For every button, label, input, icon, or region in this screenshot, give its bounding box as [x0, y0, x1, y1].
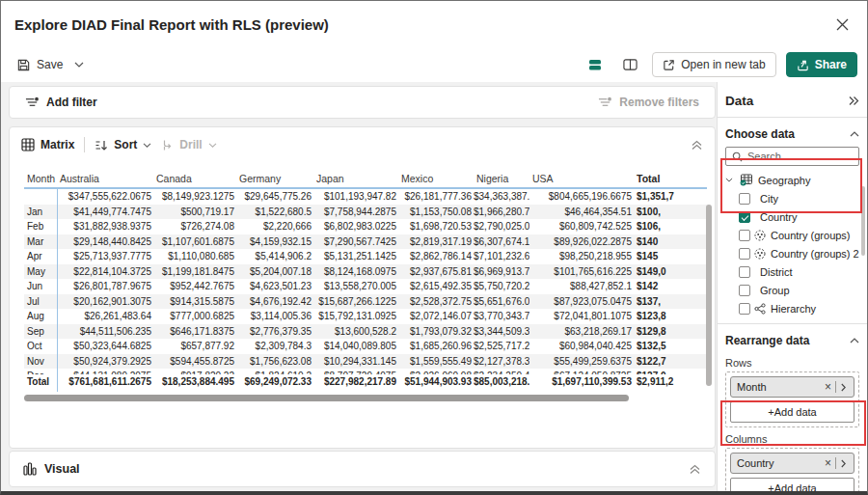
tree-scrollbar[interactable]	[861, 186, 865, 256]
matrix-cell: $41,449,774.7475	[57, 205, 153, 220]
share-icon	[797, 59, 809, 71]
matrix-cell: $29,645,775.26	[236, 189, 313, 205]
search-icon	[732, 151, 743, 162]
checkbox-unchecked[interactable]	[739, 285, 750, 296]
matrix-cell: $4,159,932.15	[236, 234, 313, 250]
visual-bar: Visual	[9, 451, 716, 487]
checkbox-unchecked[interactable]	[739, 266, 750, 278]
matrix-cell: $2,790,025.08	[474, 219, 529, 234]
rearrange-collapse-icon[interactable]	[850, 338, 859, 344]
matrix-column-header[interactable]: Nigeria	[474, 170, 529, 187]
collapse-pane-icon[interactable]	[848, 96, 859, 106]
drill-button[interactable]: Drill	[161, 138, 216, 151]
matrix-cell: $14,040,089.805	[313, 339, 398, 354]
matrix-row-header: Nov	[24, 354, 57, 370]
search-input[interactable]: Search	[725, 147, 859, 166]
tree-item-label: Country (groups)	[771, 230, 851, 241]
matrix-cell: $3,114,005.36	[236, 309, 313, 324]
matrix-row: May$22,814,104.3725$1,199,181.8475$5,204…	[24, 264, 707, 280]
matrix-cell: $46,464,354.51	[529, 205, 634, 220]
matrix-row-header: Aug	[24, 309, 57, 324]
search-placeholder: Search	[747, 151, 781, 162]
save-dropdown-chevron[interactable]	[68, 58, 90, 71]
matrix-column-header[interactable]: USA	[529, 170, 634, 187]
matrix-column-header[interactable]: Month	[24, 170, 57, 187]
checkbox-checked[interactable]	[739, 211, 750, 223]
matrix-cell: $500,719.17	[153, 205, 236, 220]
matrix-column-header[interactable]: Canada	[153, 170, 236, 187]
matrix-cell: $25,713,937.7775	[57, 249, 153, 264]
matrix-cell: $10,294,331.145	[313, 354, 398, 370]
choose-data-title: Choose data	[725, 127, 795, 141]
rows-pill-label: Month	[737, 381, 767, 393]
reading-pane-icon[interactable]	[617, 53, 642, 76]
matrix-cell: $101,765,616.225	[529, 264, 634, 280]
matrix-cell: $7,290,567.7425	[313, 234, 398, 250]
open-in-new-tab-button[interactable]: Open in new tab	[652, 52, 775, 77]
matrix-cell: $142	[634, 279, 707, 294]
tree-item-district[interactable]: District	[725, 262, 859, 281]
filter-icon	[25, 96, 40, 108]
expand-chevron-icon[interactable]	[725, 178, 736, 182]
rows-add-data-button[interactable]: +Add data	[730, 401, 854, 423]
matrix-cell: $4,623,501.23	[236, 279, 313, 294]
data-pane-title: Data	[725, 94, 753, 108]
rows-drop-zone: Month × +Add data	[725, 371, 859, 427]
matrix-cell: $106,	[634, 219, 707, 234]
matrix-cell: $2,220,666	[236, 219, 313, 234]
matrix-column-header[interactable]: Mexico	[398, 170, 474, 187]
tree-item-label: Hierarchy	[771, 303, 816, 315]
sort-button[interactable]: Sort	[95, 138, 151, 151]
tree-item-hierarchy[interactable]: Hierarchy	[725, 299, 859, 317]
matrix-column-header[interactable]: Japan	[313, 170, 398, 187]
tree-item-city[interactable]: City	[725, 189, 859, 207]
data-grid-toggle-icon[interactable]	[583, 53, 608, 76]
matrix-cell: $646,171.8375	[153, 324, 236, 340]
matrix-column-header[interactable]: Total	[634, 170, 707, 187]
matrix-cell: $1,351,7	[634, 189, 707, 205]
vertical-scrollbar[interactable]	[706, 205, 712, 386]
geography-table-icon	[740, 174, 753, 186]
filter-bar: Add filter Remove filters	[9, 86, 716, 119]
rows-field-pill[interactable]: Month ×	[730, 376, 854, 398]
remove-field-icon[interactable]: ×	[821, 380, 835, 394]
matrix-row-header: Oct	[24, 339, 57, 354]
matrix-row: Sep$44,511,506.235$646,171.8375$2,776,37…	[24, 324, 707, 340]
matrix-cell: $101,193,947.82	[313, 189, 398, 205]
remove-filters-button[interactable]: Remove filters	[592, 93, 705, 112]
tree-item-group[interactable]: Group	[725, 281, 859, 299]
save-button[interactable]: Save	[11, 54, 68, 76]
visual-type-button[interactable]: Matrix	[21, 138, 74, 151]
tree-item-country-groups-2[interactable]: Country (groups) 2	[725, 244, 859, 262]
tree-item-country[interactable]: Country	[725, 207, 859, 226]
columns-drop-zone: Country × +Add data	[725, 448, 859, 491]
matrix-cell: $2,525,717.29	[474, 339, 529, 354]
field-options-chevron-icon[interactable]	[836, 383, 848, 392]
matrix-cell: $914,315.5875	[153, 294, 236, 310]
matrix-cell: $55,499,259.6375	[529, 354, 634, 370]
matrix-total-cell: $18,253,884.495	[153, 374, 236, 390]
close-icon[interactable]	[830, 13, 854, 36]
matrix-total-cell: $761,681,611.2675	[57, 374, 153, 390]
checkbox-unchecked[interactable]	[739, 193, 750, 205]
checkbox-unchecked[interactable]	[739, 248, 750, 260]
matrix-column-header[interactable]: Australia	[57, 170, 153, 187]
matrix-cell: $1,559,555.49	[398, 354, 474, 370]
tree-item-geography[interactable]: Geography	[725, 171, 859, 189]
remove-field-icon[interactable]: ×	[821, 456, 835, 470]
checkbox-unchecked[interactable]	[739, 230, 750, 241]
columns-field-pill[interactable]: Country ×	[730, 453, 854, 474]
field-options-chevron-icon[interactable]	[836, 459, 848, 468]
share-button[interactable]: Share	[786, 52, 857, 77]
matrix-collapse-icon[interactable]	[691, 139, 703, 151]
tree-item-label: City	[760, 193, 778, 205]
tree-item-country-groups-[interactable]: Country (groups)	[725, 226, 859, 244]
matrix-column-header[interactable]: Germany	[236, 170, 313, 187]
visual-expand-icon[interactable]	[689, 463, 701, 475]
checkbox-unchecked[interactable]	[739, 303, 750, 315]
horizontal-scrollbar[interactable]	[24, 395, 629, 401]
choose-data-collapse-icon[interactable]	[850, 131, 859, 137]
add-filter-button[interactable]: Add filter	[19, 93, 103, 112]
columns-add-data-button[interactable]: +Add data	[730, 478, 854, 491]
columns-pill-label: Country	[737, 457, 774, 469]
